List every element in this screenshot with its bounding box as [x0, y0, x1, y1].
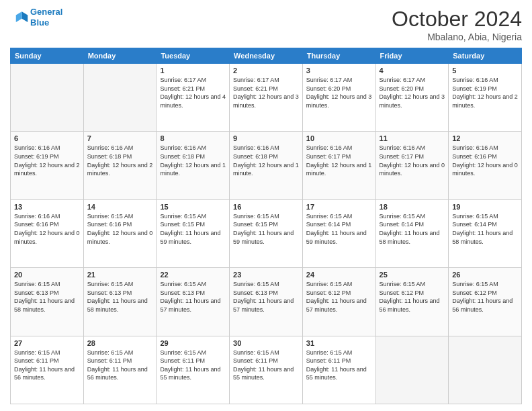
logo-general: General — [30, 7, 62, 17]
page: General Blue October 2024 Mbalano, Abia,… — [0, 0, 532, 411]
day-info: Sunrise: 6:15 AM Sunset: 6:11 PM Dayligh… — [233, 349, 299, 382]
calendar-cell: 5Sunrise: 6:16 AM Sunset: 6:19 PM Daylig… — [449, 64, 522, 132]
day-info: Sunrise: 6:15 AM Sunset: 6:13 PM Dayligh… — [87, 280, 153, 314]
calendar-cell: 25Sunrise: 6:15 AM Sunset: 6:12 PM Dayli… — [375, 268, 449, 336]
day-number: 6 — [14, 134, 80, 142]
calendar-cell: 28Sunrise: 6:15 AM Sunset: 6:11 PM Dayli… — [83, 336, 157, 404]
calendar-week-5: 27Sunrise: 6:15 AM Sunset: 6:11 PM Dayli… — [11, 336, 522, 404]
calendar-cell: 4Sunrise: 6:17 AM Sunset: 6:20 PM Daylig… — [375, 64, 449, 132]
day-number: 10 — [306, 134, 372, 142]
calendar-cell — [375, 336, 449, 404]
calendar-cell: 26Sunrise: 6:15 AM Sunset: 6:12 PM Dayli… — [449, 268, 522, 336]
calendar-cell: 8Sunrise: 6:16 AM Sunset: 6:18 PM Daylig… — [157, 132, 230, 199]
calendar-cell: 20Sunrise: 6:15 AM Sunset: 6:13 PM Dayli… — [11, 268, 84, 336]
calendar-cell: 30Sunrise: 6:15 AM Sunset: 6:11 PM Dayli… — [230, 336, 303, 404]
day-number: 11 — [380, 134, 445, 142]
calendar-cell: 18Sunrise: 6:15 AM Sunset: 6:14 PM Dayli… — [375, 199, 449, 267]
day-number: 4 — [380, 66, 445, 75]
calendar-cell: 1Sunrise: 6:17 AM Sunset: 6:21 PM Daylig… — [157, 64, 230, 132]
calendar-week-4: 20Sunrise: 6:15 AM Sunset: 6:13 PM Dayli… — [11, 268, 522, 336]
day-info: Sunrise: 6:17 AM Sunset: 6:21 PM Dayligh… — [233, 76, 299, 109]
day-header-thursday: Thursday — [302, 48, 375, 64]
title-block: October 2024 Mbalano, Abia, Nigeria — [392, 7, 522, 42]
location: Mbalano, Abia, Nigeria — [392, 32, 522, 42]
calendar-cell: 7Sunrise: 6:16 AM Sunset: 6:18 PM Daylig… — [83, 132, 157, 199]
calendar-cell: 9Sunrise: 6:16 AM Sunset: 6:18 PM Daylig… — [230, 132, 303, 199]
day-number: 26 — [452, 271, 518, 279]
calendar-cell: 12Sunrise: 6:16 AM Sunset: 6:16 PM Dayli… — [449, 132, 522, 199]
header: General Blue October 2024 Mbalano, Abia,… — [10, 7, 522, 42]
day-info: Sunrise: 6:15 AM Sunset: 6:11 PM Dayligh… — [306, 349, 372, 382]
day-info: Sunrise: 6:16 AM Sunset: 6:19 PM Dayligh… — [14, 144, 80, 177]
day-number: 12 — [452, 134, 518, 142]
calendar-cell: 3Sunrise: 6:17 AM Sunset: 6:20 PM Daylig… — [302, 64, 375, 132]
day-number: 20 — [14, 271, 80, 279]
logo-text: General Blue — [30, 7, 62, 28]
day-number: 31 — [306, 339, 372, 347]
day-number: 21 — [87, 271, 153, 279]
day-info: Sunrise: 6:16 AM Sunset: 6:17 PM Dayligh… — [306, 144, 372, 177]
calendar-header-row: SundayMondayTuesdayWednesdayThursdayFrid… — [11, 48, 522, 64]
day-number: 3 — [306, 66, 372, 75]
day-info: Sunrise: 6:17 AM Sunset: 6:21 PM Dayligh… — [160, 76, 226, 109]
day-header-saturday: Saturday — [449, 48, 522, 64]
day-info: Sunrise: 6:17 AM Sunset: 6:20 PM Dayligh… — [306, 76, 372, 109]
day-number: 22 — [160, 271, 226, 279]
calendar-week-2: 6Sunrise: 6:16 AM Sunset: 6:19 PM Daylig… — [11, 132, 522, 199]
calendar-cell: 13Sunrise: 6:16 AM Sunset: 6:16 PM Dayli… — [11, 199, 84, 267]
day-info: Sunrise: 6:15 AM Sunset: 6:15 PM Dayligh… — [160, 212, 226, 246]
calendar-cell: 16Sunrise: 6:15 AM Sunset: 6:15 PM Dayli… — [230, 199, 303, 267]
calendar-cell: 21Sunrise: 6:15 AM Sunset: 6:13 PM Dayli… — [83, 268, 157, 336]
logo-icon — [10, 8, 29, 27]
day-number: 27 — [14, 339, 80, 347]
day-info: Sunrise: 6:15 AM Sunset: 6:11 PM Dayligh… — [14, 349, 80, 382]
day-number: 29 — [160, 339, 226, 347]
calendar-cell — [449, 336, 522, 404]
calendar-cell: 23Sunrise: 6:15 AM Sunset: 6:13 PM Dayli… — [230, 268, 303, 336]
day-number: 16 — [233, 203, 299, 211]
day-info: Sunrise: 6:15 AM Sunset: 6:13 PM Dayligh… — [14, 280, 80, 314]
calendar-cell: 6Sunrise: 6:16 AM Sunset: 6:19 PM Daylig… — [11, 132, 84, 199]
day-info: Sunrise: 6:15 AM Sunset: 6:14 PM Dayligh… — [306, 212, 372, 246]
calendar: SundayMondayTuesdayWednesdayThursdayFrid… — [10, 48, 522, 404]
day-header-wednesday: Wednesday — [230, 48, 303, 64]
day-number: 1 — [160, 66, 226, 75]
calendar-week-1: 1Sunrise: 6:17 AM Sunset: 6:21 PM Daylig… — [11, 64, 522, 132]
day-number: 17 — [306, 203, 372, 211]
day-info: Sunrise: 6:16 AM Sunset: 6:16 PM Dayligh… — [14, 212, 80, 246]
logo-blue: Blue — [30, 17, 49, 28]
day-info: Sunrise: 6:16 AM Sunset: 6:18 PM Dayligh… — [160, 144, 226, 177]
day-number: 23 — [233, 271, 299, 279]
calendar-cell: 2Sunrise: 6:17 AM Sunset: 6:21 PM Daylig… — [230, 64, 303, 132]
calendar-cell: 27Sunrise: 6:15 AM Sunset: 6:11 PM Dayli… — [11, 336, 84, 404]
calendar-cell — [11, 64, 84, 132]
calendar-cell: 14Sunrise: 6:15 AM Sunset: 6:16 PM Dayli… — [83, 199, 157, 267]
day-number: 19 — [452, 203, 518, 211]
calendar-cell: 17Sunrise: 6:15 AM Sunset: 6:14 PM Dayli… — [302, 199, 375, 267]
day-info: Sunrise: 6:17 AM Sunset: 6:20 PM Dayligh… — [380, 76, 445, 109]
day-header-tuesday: Tuesday — [157, 48, 230, 64]
day-header-monday: Monday — [83, 48, 157, 64]
day-info: Sunrise: 6:15 AM Sunset: 6:11 PM Dayligh… — [160, 349, 226, 382]
day-number: 8 — [160, 134, 226, 142]
day-number: 13 — [14, 203, 80, 211]
day-info: Sunrise: 6:15 AM Sunset: 6:12 PM Dayligh… — [452, 280, 518, 314]
day-info: Sunrise: 6:15 AM Sunset: 6:11 PM Dayligh… — [87, 349, 153, 382]
day-header-sunday: Sunday — [11, 48, 84, 64]
day-number: 30 — [233, 339, 299, 347]
day-number: 18 — [380, 203, 445, 211]
calendar-cell: 31Sunrise: 6:15 AM Sunset: 6:11 PM Dayli… — [302, 336, 375, 404]
day-number: 2 — [233, 66, 299, 75]
day-header-friday: Friday — [375, 48, 449, 64]
day-info: Sunrise: 6:16 AM Sunset: 6:17 PM Dayligh… — [380, 144, 445, 177]
logo: General Blue — [10, 7, 62, 28]
day-number: 15 — [160, 203, 226, 211]
day-number: 24 — [306, 271, 372, 279]
day-number: 9 — [233, 134, 299, 142]
calendar-cell: 15Sunrise: 6:15 AM Sunset: 6:15 PM Dayli… — [157, 199, 230, 267]
day-info: Sunrise: 6:15 AM Sunset: 6:12 PM Dayligh… — [306, 280, 372, 314]
calendar-cell: 19Sunrise: 6:15 AM Sunset: 6:14 PM Dayli… — [449, 199, 522, 267]
calendar-cell: 24Sunrise: 6:15 AM Sunset: 6:12 PM Dayli… — [302, 268, 375, 336]
day-info: Sunrise: 6:15 AM Sunset: 6:13 PM Dayligh… — [233, 280, 299, 314]
day-info: Sunrise: 6:15 AM Sunset: 6:16 PM Dayligh… — [87, 212, 153, 246]
